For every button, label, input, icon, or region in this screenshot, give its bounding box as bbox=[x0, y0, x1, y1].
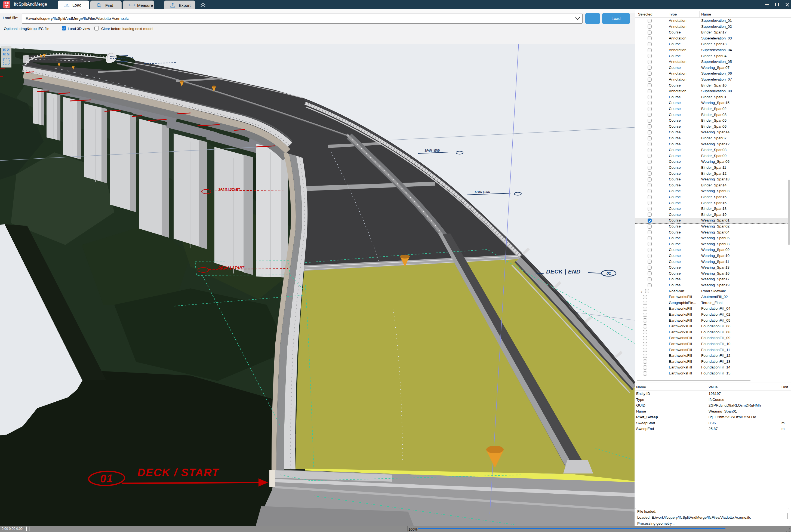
svg-text:SPAN | START: SPAN | START bbox=[218, 188, 240, 191]
svg-text:01: 01 bbox=[606, 271, 611, 276]
svg-text:DECK | START: DECK | START bbox=[218, 266, 244, 270]
svg-text:IFC: IFC bbox=[5, 1, 9, 5]
svg-text:DECK / START: DECK / START bbox=[137, 467, 219, 478]
svg-text:DECK | END: DECK | END bbox=[546, 268, 580, 274]
svg-text:01: 01 bbox=[100, 472, 114, 484]
svg-text:SPAN | END: SPAN | END bbox=[475, 190, 490, 193]
svg-text:SPAN | END: SPAN | END bbox=[424, 149, 440, 152]
